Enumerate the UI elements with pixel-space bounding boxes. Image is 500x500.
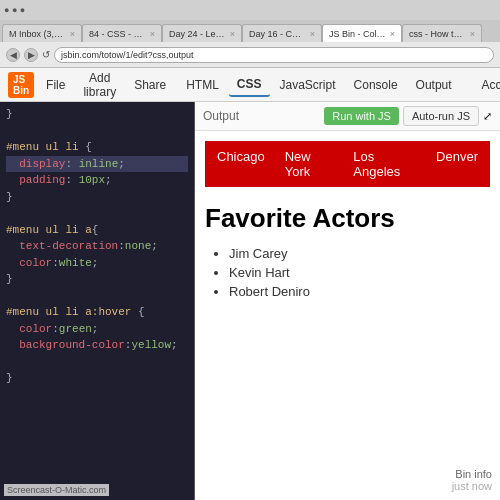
reload-button[interactable]: ↺ bbox=[42, 49, 50, 60]
code-line-5: padding: 10px; bbox=[6, 172, 188, 189]
code-line-14: color:green; bbox=[6, 321, 188, 338]
tab-4[interactable]: Day 16 - CSS Classes - Go... × bbox=[242, 24, 322, 42]
demo-nav: Chicago New York Los Angeles Denver bbox=[205, 141, 490, 187]
code-line-7 bbox=[6, 205, 188, 222]
tab-console[interactable]: Console bbox=[346, 74, 406, 96]
back-button[interactable]: ◀ bbox=[6, 48, 20, 62]
address-bar: ◀ ▶ ↺ jsbin.com/totow/1/edit?css,output bbox=[0, 42, 500, 68]
tab-bar: M Inbox (3,883) - mic.Jeremy... × 84 - C… bbox=[0, 20, 500, 42]
tab-6[interactable]: css - How to remove the... × bbox=[402, 24, 482, 42]
code-line-10: color:white; bbox=[6, 255, 188, 272]
tab-2[interactable]: 84 - CSS - Google Drive × bbox=[82, 24, 162, 42]
actor-3: Robert Deniro bbox=[229, 284, 490, 299]
tab-3[interactable]: Day 24 - Let's Make a Na... × bbox=[162, 24, 242, 42]
share-button[interactable]: Share bbox=[128, 76, 172, 94]
bin-info-time: just now bbox=[452, 480, 492, 492]
code-panel[interactable]: } #menu ul li { display: inline; padding… bbox=[0, 102, 195, 500]
url-input[interactable]: jsbin.com/totow/1/edit?css,output bbox=[54, 47, 494, 63]
code-line-12 bbox=[6, 288, 188, 305]
app-toolbar: JS Bin File Add library Share HTML CSS J… bbox=[0, 68, 500, 102]
watermark: Screencast-O-Matic.com bbox=[4, 484, 109, 496]
tab-1[interactable]: M Inbox (3,883) - mic.Jeremy... × bbox=[2, 24, 82, 42]
tab-5[interactable]: JS Bin - Collaborative Jav... × bbox=[322, 24, 402, 42]
file-button[interactable]: File bbox=[40, 76, 71, 94]
account-button[interactable]: Account bbox=[476, 76, 500, 94]
actors-list: Jim Carey Kevin Hart Robert Deniro bbox=[205, 246, 490, 299]
expand-icon[interactable]: ⤢ bbox=[483, 110, 492, 123]
output-panel: Output Run with JS Auto-run JS ⤢ Chicago… bbox=[195, 102, 500, 500]
code-line-17: } bbox=[6, 370, 188, 387]
main-container: } #menu ul li { display: inline; padding… bbox=[0, 102, 500, 500]
add-library-button[interactable]: Add library bbox=[77, 69, 122, 101]
code-line-1: } bbox=[6, 106, 188, 123]
code-line-16 bbox=[6, 354, 188, 371]
code-line-11: } bbox=[6, 271, 188, 288]
demo-content: Chicago New York Los Angeles Denver Favo… bbox=[195, 131, 500, 500]
code-line-13: #menu ul li a:hover { bbox=[6, 304, 188, 321]
code-line-8: #menu ul li a{ bbox=[6, 222, 188, 239]
code-line-9: text-decoration:none; bbox=[6, 238, 188, 255]
autorun-button[interactable]: Auto-run JS bbox=[403, 106, 479, 126]
code-line-3: #menu ul li { bbox=[6, 139, 188, 156]
bin-info: Bin info just now bbox=[452, 468, 492, 492]
output-header: Output Run with JS Auto-run JS ⤢ bbox=[195, 102, 500, 131]
nav-losangeles[interactable]: Los Angeles bbox=[353, 149, 416, 179]
bin-info-title: Bin info bbox=[452, 468, 492, 480]
output-actions: Run with JS Auto-run JS ⤢ bbox=[324, 106, 492, 126]
code-line-15: background-color:yellow; bbox=[6, 337, 188, 354]
browser-titlebar: ● ● ● bbox=[0, 0, 500, 20]
forward-button[interactable]: ▶ bbox=[24, 48, 38, 62]
nav-newyork[interactable]: New York bbox=[285, 149, 334, 179]
nav-denver[interactable]: Denver bbox=[436, 149, 478, 179]
code-line-2 bbox=[6, 123, 188, 140]
actor-1: Jim Carey bbox=[229, 246, 490, 261]
language-tabs: HTML CSS JavaScript Console Output bbox=[178, 73, 459, 97]
tab-html[interactable]: HTML bbox=[178, 74, 227, 96]
code-line-6: } bbox=[6, 189, 188, 206]
tab-javascript[interactable]: JavaScript bbox=[272, 74, 344, 96]
favorite-actors-heading: Favorite Actors bbox=[205, 203, 490, 234]
window-controls: ● ● ● bbox=[4, 5, 25, 15]
tab-css[interactable]: CSS bbox=[229, 73, 270, 97]
nav-chicago[interactable]: Chicago bbox=[217, 149, 265, 179]
toolbar-right: Account Blog Help bbox=[476, 76, 500, 94]
run-button[interactable]: Run with JS bbox=[324, 107, 399, 125]
actor-2: Kevin Hart bbox=[229, 265, 490, 280]
code-line-4: display: inline; bbox=[6, 156, 188, 173]
tab-output[interactable]: Output bbox=[408, 74, 460, 96]
output-label: Output bbox=[203, 109, 239, 123]
jsbin-logo: JS Bin bbox=[8, 72, 34, 98]
